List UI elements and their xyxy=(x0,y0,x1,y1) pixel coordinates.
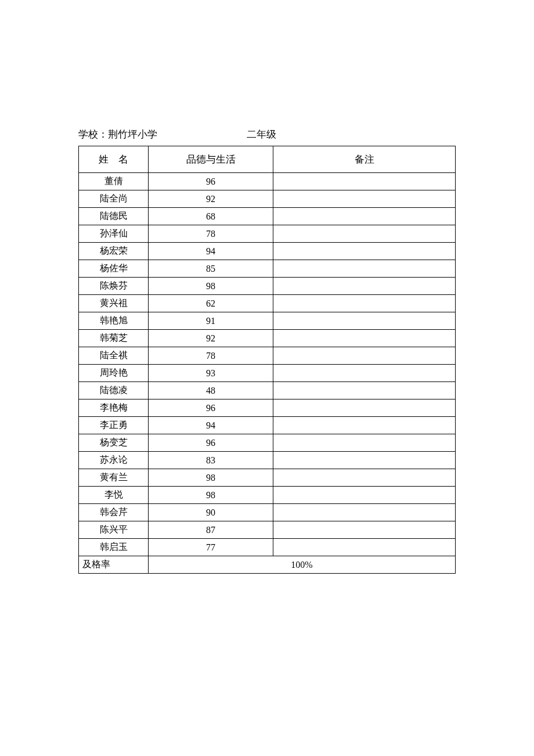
cell-score: 87 xyxy=(149,521,273,539)
cell-name: 杨佐华 xyxy=(79,260,149,278)
cell-note xyxy=(273,295,456,312)
table-row: 杨宏荣94 xyxy=(79,243,456,260)
pass-rate-label: 及格率 xyxy=(79,556,149,574)
cell-name: 韩启玉 xyxy=(79,539,149,556)
cell-name: 孙泽仙 xyxy=(79,225,149,243)
cell-note xyxy=(273,225,456,243)
cell-score: 78 xyxy=(149,347,273,365)
cell-score: 94 xyxy=(149,243,273,260)
cell-name: 陆全祺 xyxy=(79,347,149,365)
table-row: 陆德民68 xyxy=(79,208,456,225)
cell-score: 96 xyxy=(149,173,273,190)
cell-note xyxy=(273,399,456,417)
cell-score: 68 xyxy=(149,208,273,225)
cell-name: 陈焕芬 xyxy=(79,278,149,295)
table-row: 周玲艳93 xyxy=(79,365,456,382)
cell-score: 62 xyxy=(149,295,273,312)
table-row: 杨变芝96 xyxy=(79,434,456,452)
cell-note xyxy=(273,243,456,260)
cell-note xyxy=(273,312,456,330)
cell-name: 李正勇 xyxy=(79,417,149,434)
cell-note xyxy=(273,190,456,208)
cell-score: 92 xyxy=(149,330,273,347)
cell-note xyxy=(273,278,456,295)
cell-name: 李艳梅 xyxy=(79,399,149,417)
cell-score: 98 xyxy=(149,278,273,295)
cell-score: 96 xyxy=(149,399,273,417)
table-row: 苏永论83 xyxy=(79,452,456,469)
cell-name: 韩艳旭 xyxy=(79,312,149,330)
cell-name: 韩菊芝 xyxy=(79,330,149,347)
table-row: 李正勇94 xyxy=(79,417,456,434)
cell-note xyxy=(273,347,456,365)
table-row: 杨佐华85 xyxy=(79,260,456,278)
cell-name: 苏永论 xyxy=(79,452,149,469)
cell-score: 83 xyxy=(149,452,273,469)
table-row: 陆全尚92 xyxy=(79,190,456,208)
header-line: 学校：荆竹坪小学 二年级 xyxy=(78,128,456,141)
cell-note xyxy=(273,434,456,452)
col-header-note: 备注 xyxy=(273,146,456,173)
col-header-name: 姓 名 xyxy=(79,146,149,173)
score-table: 姓 名 品德与生活 备注 董倩96陆全尚92陆德民68孙泽仙78杨宏荣94杨佐华… xyxy=(78,146,456,574)
cell-name: 杨宏荣 xyxy=(79,243,149,260)
school-label: 学校：荆竹坪小学 xyxy=(78,128,157,141)
cell-score: 90 xyxy=(149,504,273,521)
cell-note xyxy=(273,487,456,504)
cell-name: 杨变芝 xyxy=(79,434,149,452)
cell-score: 98 xyxy=(149,469,273,487)
cell-note xyxy=(273,417,456,434)
cell-note xyxy=(273,539,456,556)
cell-note xyxy=(273,521,456,539)
pass-rate-value: 100% xyxy=(149,556,456,574)
cell-note xyxy=(273,260,456,278)
table-row: 黄兴祖62 xyxy=(79,295,456,312)
cell-note xyxy=(273,208,456,225)
cell-score: 85 xyxy=(149,260,273,278)
cell-note xyxy=(273,382,456,399)
cell-score: 98 xyxy=(149,487,273,504)
cell-name: 李悦 xyxy=(79,487,149,504)
cell-note xyxy=(273,452,456,469)
cell-note xyxy=(273,504,456,521)
cell-note xyxy=(273,173,456,190)
cell-note xyxy=(273,330,456,347)
cell-name: 董倩 xyxy=(79,173,149,190)
table-row: 黄有兰98 xyxy=(79,469,456,487)
table-row: 董倩96 xyxy=(79,173,456,190)
table-row: 陈焕芬98 xyxy=(79,278,456,295)
table-row: 韩会芹90 xyxy=(79,504,456,521)
cell-note xyxy=(273,365,456,382)
table-header-row: 姓 名 品德与生活 备注 xyxy=(79,146,456,173)
cell-name: 陆德民 xyxy=(79,208,149,225)
cell-score: 96 xyxy=(149,434,273,452)
table-row: 韩菊芝92 xyxy=(79,330,456,347)
table-row: 孙泽仙78 xyxy=(79,225,456,243)
cell-name: 陆德凌 xyxy=(79,382,149,399)
cell-name: 黄兴祖 xyxy=(79,295,149,312)
table-footer-row: 及格率100% xyxy=(79,556,456,574)
cell-name: 陈兴平 xyxy=(79,521,149,539)
cell-name: 陆全尚 xyxy=(79,190,149,208)
grade-label: 二年级 xyxy=(247,128,276,141)
cell-score: 94 xyxy=(149,417,273,434)
cell-score: 78 xyxy=(149,225,273,243)
cell-score: 91 xyxy=(149,312,273,330)
table-row: 李悦98 xyxy=(79,487,456,504)
cell-score: 48 xyxy=(149,382,273,399)
cell-score: 93 xyxy=(149,365,273,382)
table-row: 李艳梅96 xyxy=(79,399,456,417)
cell-name: 韩会芹 xyxy=(79,504,149,521)
cell-score: 92 xyxy=(149,190,273,208)
cell-name: 黄有兰 xyxy=(79,469,149,487)
table-row: 陆德凌48 xyxy=(79,382,456,399)
table-row: 陈兴平87 xyxy=(79,521,456,539)
table-row: 韩启玉77 xyxy=(79,539,456,556)
table-row: 陆全祺78 xyxy=(79,347,456,365)
table-row: 韩艳旭91 xyxy=(79,312,456,330)
cell-score: 77 xyxy=(149,539,273,556)
cell-name: 周玲艳 xyxy=(79,365,149,382)
col-header-score: 品德与生活 xyxy=(149,146,273,173)
cell-note xyxy=(273,469,456,487)
